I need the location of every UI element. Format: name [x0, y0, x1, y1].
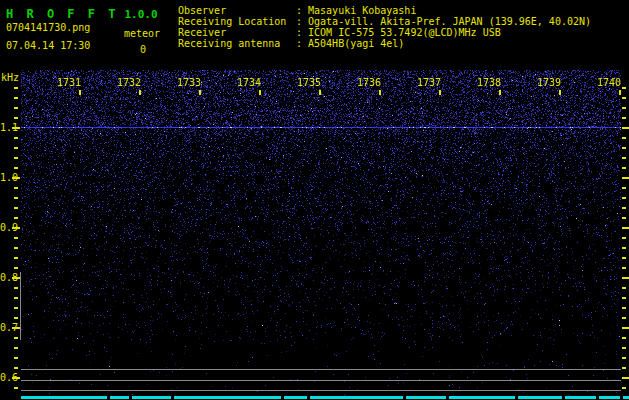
- info-value: : Masayuki Kobayashi: [296, 5, 416, 16]
- freq-minor-tick: [14, 87, 18, 89]
- freq-minor-tick: [622, 187, 626, 189]
- signal-level-bar-segment: [21, 396, 107, 399]
- time-tick-label: 1732: [116, 77, 142, 88]
- time-tick-label: 1737: [416, 77, 442, 88]
- freq-minor-tick: [14, 217, 18, 219]
- freq-minor-tick: [14, 387, 18, 389]
- time-tick-label: 1733: [176, 77, 202, 88]
- level-reference-line: [21, 380, 621, 381]
- freq-minor-tick: [14, 317, 18, 319]
- echo-duration-marker: [20, 272, 21, 340]
- app-version: 1.0.0: [124, 8, 157, 21]
- freq-minor-tick: [14, 237, 18, 239]
- time-tick-label: 1736: [356, 77, 382, 88]
- freq-major-tick: [622, 177, 629, 179]
- time-tick-label: 1731: [56, 77, 82, 88]
- app-title: H R O F F T: [6, 7, 118, 21]
- info-value: : A504HB(yagi 4el): [296, 38, 404, 49]
- datetime-label: 07.04.14 17:30: [6, 40, 90, 51]
- freq-minor-tick: [14, 157, 18, 159]
- time-minute-tick: [559, 90, 561, 95]
- freq-minor-tick: [622, 197, 626, 199]
- freq-minor-tick: [14, 197, 18, 199]
- freq-minor-tick: [14, 337, 18, 339]
- freq-minor-tick: [622, 337, 626, 339]
- freq-minor-tick: [14, 367, 18, 369]
- freq-major-tick: [622, 227, 629, 229]
- freq-minor-tick: [622, 107, 626, 109]
- title-bar: H R O F F T1.0.0: [6, 3, 158, 22]
- signal-level-bar-segment: [518, 396, 562, 399]
- freq-major-tick: [622, 327, 629, 329]
- freq-major-tick: [12, 227, 20, 229]
- signal-level-bar-segment: [284, 396, 307, 399]
- info-label: Receiver: [178, 27, 296, 38]
- freq-minor-tick: [14, 297, 18, 299]
- freq-minor-tick: [622, 87, 626, 89]
- signal-level-bar-segment: [599, 396, 620, 399]
- freq-minor-tick: [14, 307, 18, 309]
- level-reference-line: [21, 369, 621, 370]
- freq-axis-unit: kHz: [1, 73, 19, 83]
- freq-minor-tick: [622, 257, 626, 259]
- freq-minor-tick: [622, 297, 626, 299]
- freq-minor-tick: [622, 97, 626, 99]
- time-minute-tick: [379, 90, 381, 95]
- info-row: Receiving Location: Ogata-vill. Akita-Pr…: [178, 16, 591, 27]
- info-label: Receiving antenna: [178, 38, 296, 49]
- freq-minor-tick: [622, 207, 626, 209]
- freq-minor-tick: [622, 267, 626, 269]
- freq-minor-tick: [14, 97, 18, 99]
- freq-minor-tick: [622, 137, 626, 139]
- level-reference-line: [21, 390, 621, 391]
- signal-level-bar-segment: [174, 396, 281, 399]
- freq-minor-tick: [14, 137, 18, 139]
- event-count: 0: [140, 44, 146, 55]
- signal-level-bar-segment: [623, 396, 629, 399]
- freq-minor-tick: [622, 157, 626, 159]
- info-row: Receiver: ICOM IC-575 53.7492(@LCD)MHz U…: [178, 27, 591, 38]
- time-tick-label: 1740: [596, 77, 622, 88]
- time-minute-tick: [439, 90, 441, 95]
- time-tick-label: 1738: [476, 77, 502, 88]
- freq-minor-tick: [14, 257, 18, 259]
- freq-minor-tick: [622, 287, 626, 289]
- freq-minor-tick: [14, 247, 18, 249]
- freq-major-tick: [12, 327, 20, 329]
- freq-major-tick: [12, 277, 20, 279]
- time-tick-label: 1734: [236, 77, 262, 88]
- freq-minor-tick: [14, 187, 18, 189]
- freq-major-tick: [622, 377, 629, 379]
- signal-level-bar-segment: [310, 396, 403, 399]
- info-value: : ICOM IC-575 53.7492(@LCD)MHz USB: [296, 27, 501, 38]
- freq-minor-tick: [622, 247, 626, 249]
- info-row: Receiving antenna: A504HB(yagi 4el): [178, 38, 591, 49]
- freq-minor-tick: [622, 147, 626, 149]
- time-minute-tick: [619, 90, 621, 95]
- freq-minor-tick: [14, 267, 18, 269]
- mode-label: meteor: [124, 28, 160, 39]
- freq-minor-tick: [14, 287, 18, 289]
- freq-minor-tick: [622, 167, 626, 169]
- freq-minor-tick: [622, 347, 626, 349]
- freq-minor-tick: [622, 217, 626, 219]
- signal-level-bar-segment: [110, 396, 129, 399]
- signal-level-bar-segment: [132, 396, 171, 399]
- freq-minor-tick: [622, 117, 626, 119]
- freq-minor-tick: [14, 107, 18, 109]
- spectrogram-canvas: [21, 70, 621, 396]
- freq-minor-tick: [622, 317, 626, 319]
- output-filename: 0704141730.png: [6, 22, 90, 33]
- info-label: Observer: [178, 5, 296, 16]
- time-minute-tick: [199, 90, 201, 95]
- freq-major-tick: [622, 277, 629, 279]
- signal-level-bar-segment: [565, 396, 596, 399]
- freq-major-tick: [12, 127, 20, 129]
- freq-minor-tick: [622, 387, 626, 389]
- freq-major-tick: [12, 177, 20, 179]
- time-minute-tick: [319, 90, 321, 95]
- freq-minor-tick: [14, 147, 18, 149]
- freq-major-tick: [12, 377, 20, 379]
- signal-level-bar-segment: [449, 396, 515, 399]
- time-minute-tick: [499, 90, 501, 95]
